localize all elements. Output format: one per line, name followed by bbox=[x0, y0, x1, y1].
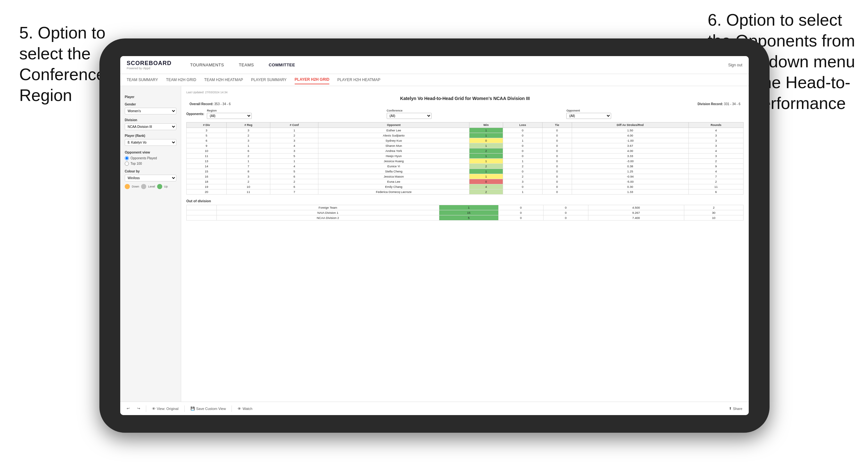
filter-region-select[interactable]: (All) bbox=[207, 113, 252, 119]
colour-by-select[interactable]: Win/loss bbox=[125, 175, 176, 181]
table-cell: 0 bbox=[542, 174, 572, 179]
table-cell: 1 bbox=[469, 154, 503, 159]
filter-conference-select[interactable]: (All) bbox=[387, 113, 432, 119]
table-cell: 4 bbox=[688, 148, 743, 154]
nav-bar: SCOREBOARD Powered by clippd TOURNAMENTS… bbox=[120, 56, 749, 74]
table-cell: 1 bbox=[503, 159, 542, 164]
share-label: Share bbox=[733, 407, 742, 411]
table-cell: 6 bbox=[688, 189, 743, 194]
table-row: NCAA Division 25007.40010 bbox=[187, 215, 744, 220]
table-cell: 1 bbox=[469, 169, 503, 174]
filter-conference-group: Conference (All) bbox=[387, 109, 564, 119]
filter-opponent-select[interactable]: (All) bbox=[566, 113, 611, 119]
table-header-row: # Div # Reg # Conf Opponent Win Loss Tie… bbox=[187, 122, 744, 128]
radio-opponents-played[interactable]: Opponents Played bbox=[125, 156, 176, 160]
subnav-player-h2h-heatmap[interactable]: PLAYER H2H HEATMAP bbox=[337, 75, 380, 84]
sidebar: Player Gender Women's Division NCAA Divi… bbox=[120, 86, 181, 402]
division-select[interactable]: NCAA Division III bbox=[125, 123, 176, 130]
table-cell: 7 bbox=[688, 174, 743, 179]
logo-sub: Powered by clippd bbox=[127, 67, 172, 70]
table-cell: 0 bbox=[542, 138, 572, 143]
view-original-btn[interactable]: 👁 View: Original bbox=[150, 406, 181, 411]
share-btn[interactable]: ⬆ Share bbox=[727, 406, 744, 411]
gender-select[interactable]: Women's bbox=[125, 108, 176, 115]
table-cell: 10 bbox=[226, 184, 270, 189]
table-cell: 15 bbox=[187, 169, 227, 174]
sign-out-link[interactable]: Sign out bbox=[728, 63, 742, 67]
table-cell: -5.00 bbox=[572, 179, 688, 184]
save-custom-btn[interactable]: 💾 Save Custom View bbox=[189, 406, 228, 411]
main-content: Player Gender Women's Division NCAA Divi… bbox=[120, 86, 749, 402]
table-cell: 1 bbox=[469, 159, 503, 164]
table-cell: 9 bbox=[187, 143, 227, 148]
subnav-player-h2h-grid[interactable]: PLAYER H2H GRID bbox=[295, 75, 329, 84]
share-icon: ⬆ bbox=[729, 406, 732, 411]
subnav-team-h2h-heatmap[interactable]: TEAM H2H HEATMAP bbox=[204, 75, 243, 84]
col-loss: Loss bbox=[503, 122, 542, 128]
watch-btn[interactable]: 👁 Watch bbox=[236, 406, 254, 411]
col-win: Win bbox=[469, 122, 503, 128]
table-row: 19106Emily Chang4000.3011 bbox=[187, 184, 744, 189]
subnav-team-h2h-grid[interactable]: TEAM H2H GRID bbox=[166, 75, 196, 84]
table-cell: 1 bbox=[469, 133, 503, 138]
table-cell: Esther Lee bbox=[318, 128, 469, 133]
nav-tournaments[interactable]: TOURNAMENTS bbox=[188, 61, 227, 69]
table-cell: 6 bbox=[226, 148, 270, 154]
table-cell: 0.30 bbox=[572, 184, 688, 189]
table-cell: Jessica Huang bbox=[318, 159, 469, 164]
table-cell: 2 bbox=[270, 179, 318, 184]
nav-committee[interactable]: COMMITTEE bbox=[266, 61, 298, 69]
table-cell: 14 bbox=[187, 164, 227, 169]
table-cell: 1.50 bbox=[572, 128, 688, 133]
col-reg: # Reg bbox=[226, 122, 270, 128]
player-rank-select[interactable]: 8. Katelyn Vo bbox=[125, 139, 176, 146]
player-rank-label: Player (Rank) bbox=[125, 134, 176, 137]
table-cell: 0 bbox=[542, 179, 572, 184]
table-cell: 0 bbox=[469, 179, 503, 184]
table-row: 633Sydney Kuo010-1.003 bbox=[187, 138, 744, 143]
table-cell: 0 bbox=[503, 184, 542, 189]
table-cell: 4.00 bbox=[572, 133, 688, 138]
nav-teams[interactable]: TEAMS bbox=[236, 61, 256, 69]
table-cell: 3 bbox=[688, 138, 743, 143]
table-cell: 0 bbox=[503, 128, 542, 133]
table-cell: 3 bbox=[270, 148, 318, 154]
table-cell: 2 bbox=[503, 174, 542, 179]
bottom-toolbar: ↩ ↪ 👁 View: Original 💾 Save Custom View … bbox=[120, 402, 749, 415]
table-cell: Euna Lee bbox=[318, 179, 469, 184]
colour-dots: Down Level Up bbox=[125, 184, 176, 189]
col-conf: # Conf bbox=[270, 122, 318, 128]
table-cell: 0 bbox=[542, 184, 572, 189]
table-cell: 2 bbox=[469, 148, 503, 154]
table-cell: 8 bbox=[226, 169, 270, 174]
table-cell: 7 bbox=[226, 164, 270, 169]
subnav-player-summary[interactable]: PLAYER SUMMARY bbox=[251, 75, 287, 84]
table-cell: 0 bbox=[542, 148, 572, 154]
dot-level bbox=[141, 184, 146, 189]
division-label: Division bbox=[125, 118, 176, 122]
filter-opponent-group: Opponent (All) bbox=[566, 109, 744, 119]
col-div: # Div bbox=[187, 122, 227, 128]
table-cell: 5 bbox=[270, 154, 318, 159]
table-cell: 0 bbox=[542, 128, 572, 133]
table-cell: 2 bbox=[503, 164, 542, 169]
table-cell: 0 bbox=[542, 169, 572, 174]
last-updated: Last Updated: 27/03/2024 14:34 bbox=[186, 91, 744, 94]
undo-btn[interactable]: ↩ bbox=[125, 406, 131, 411]
redo-btn[interactable]: ↪ bbox=[135, 406, 142, 411]
table-cell: 0 bbox=[542, 133, 572, 138]
radio-top100[interactable]: Top 100 bbox=[125, 161, 176, 166]
table-cell: 3 bbox=[688, 133, 743, 138]
table-cell: 3.67 bbox=[572, 143, 688, 148]
table-cell: 0 bbox=[542, 164, 572, 169]
sub-nav: TEAM SUMMARY TEAM H2H GRID TEAM H2H HEAT… bbox=[120, 74, 749, 86]
table-cell: 1 bbox=[226, 143, 270, 148]
table-cell: 4 bbox=[688, 128, 743, 133]
table-cell: Alexis Sudjianto bbox=[318, 133, 469, 138]
table-row: 20117Federica Domecq Lacroze2101.336 bbox=[187, 189, 744, 194]
toolbar-divider-2 bbox=[184, 405, 185, 412]
table-cell: 1 bbox=[503, 138, 542, 143]
subnav-team-summary[interactable]: TEAM SUMMARY bbox=[127, 75, 158, 84]
view-original-label: View: Original bbox=[157, 407, 179, 411]
table-cell: 2 bbox=[226, 179, 270, 184]
